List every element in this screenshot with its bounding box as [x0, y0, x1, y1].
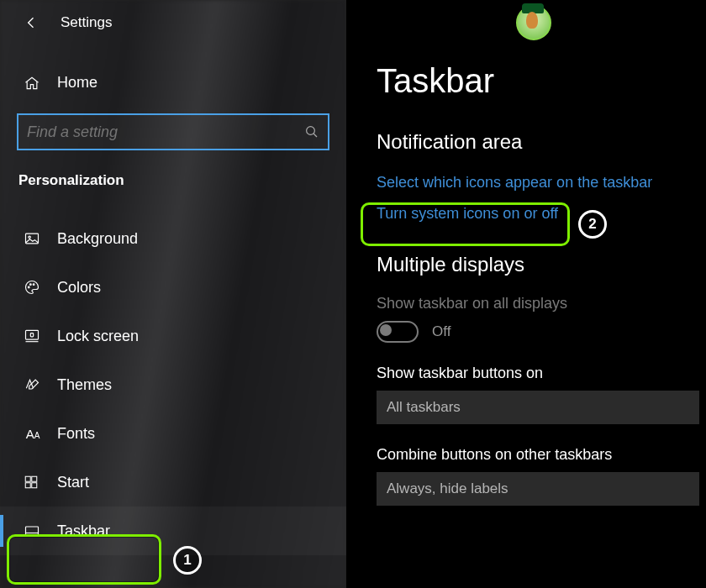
svg-rect-7 [30, 333, 33, 337]
svg-rect-11 [32, 483, 37, 488]
start-icon [24, 475, 42, 490]
nav-item-themes[interactable]: Themes [0, 360, 346, 409]
nav-label: Background [57, 230, 138, 248]
nav-label: Colors [57, 279, 101, 297]
header-bar: Settings [0, 0, 346, 45]
svg-rect-1 [26, 234, 39, 244]
toggle-dot-icon [380, 324, 392, 336]
nav-label: Start [57, 474, 89, 491]
lock-screen-icon [24, 328, 42, 344]
setting-label-combine: Combine buttons on other taskbars [377, 446, 684, 464]
svg-rect-6 [26, 330, 39, 339]
section-heading-multiple: Multiple displays [377, 253, 684, 276]
search-icon [304, 124, 319, 139]
svg-rect-10 [25, 483, 30, 488]
page-title: Taskbar [377, 62, 684, 100]
content-pane: Taskbar Notification area Select which i… [346, 0, 706, 588]
toggle-switch[interactable] [377, 321, 419, 343]
section-heading-notification: Notification area [377, 130, 684, 154]
nav-item-background[interactable]: Background [0, 214, 346, 263]
palette-icon [24, 279, 42, 296]
svg-rect-12 [26, 527, 39, 535]
search-field[interactable] [17, 113, 329, 150]
picture-icon [24, 230, 42, 247]
nav-item-colors[interactable]: Colors [0, 263, 346, 312]
svg-point-4 [30, 284, 32, 286]
select-combine[interactable]: Always, hide labels [377, 472, 699, 506]
back-arrow-icon [23, 14, 40, 31]
nav-list: Background Colors Lock screen Themes [0, 214, 346, 555]
settings-window: Settings Home Personalization Background [0, 0, 706, 588]
select-show-buttons[interactable]: All taskbars [377, 391, 699, 424]
nav-label: Taskbar [57, 522, 110, 540]
toggle-state: Off [432, 323, 450, 340]
svg-point-0 [307, 127, 315, 135]
setting-label-show-buttons: Show taskbar buttons on [377, 365, 684, 382]
home-label: Home [57, 74, 97, 92]
svg-rect-9 [32, 476, 37, 481]
back-button[interactable] [22, 13, 40, 32]
themes-icon [24, 376, 42, 393]
nav-item-start[interactable]: Start [0, 458, 346, 507]
setting-label-show-all: Show taskbar on all displays [377, 295, 684, 312]
nav-label: Fonts [57, 425, 95, 443]
nav-item-lock-screen[interactable]: Lock screen [0, 312, 346, 360]
taskbar-icon [24, 522, 42, 539]
sidebar: Settings Home Personalization Background [0, 0, 346, 588]
search-input[interactable] [25, 123, 304, 142]
home-icon [24, 75, 42, 92]
nav-item-fonts[interactable]: AA Fonts [0, 409, 346, 458]
home-button[interactable]: Home [0, 64, 346, 102]
nav-label: Lock screen [57, 328, 139, 345]
svg-rect-8 [25, 476, 30, 481]
nav-item-taskbar[interactable]: Taskbar [0, 507, 346, 555]
nav-label: Themes [57, 376, 112, 394]
link-select-icons[interactable]: Select which icons appear on the taskbar [377, 174, 684, 192]
toggle-show-all[interactable]: Off [377, 321, 684, 343]
link-system-icons[interactable]: Turn system icons on or off [377, 205, 684, 223]
svg-point-3 [28, 286, 29, 288]
svg-point-2 [29, 236, 31, 239]
window-title: Settings [61, 14, 112, 31]
svg-point-5 [33, 284, 34, 286]
category-heading: Personalization [0, 150, 346, 196]
fonts-icon: AA [24, 427, 42, 441]
